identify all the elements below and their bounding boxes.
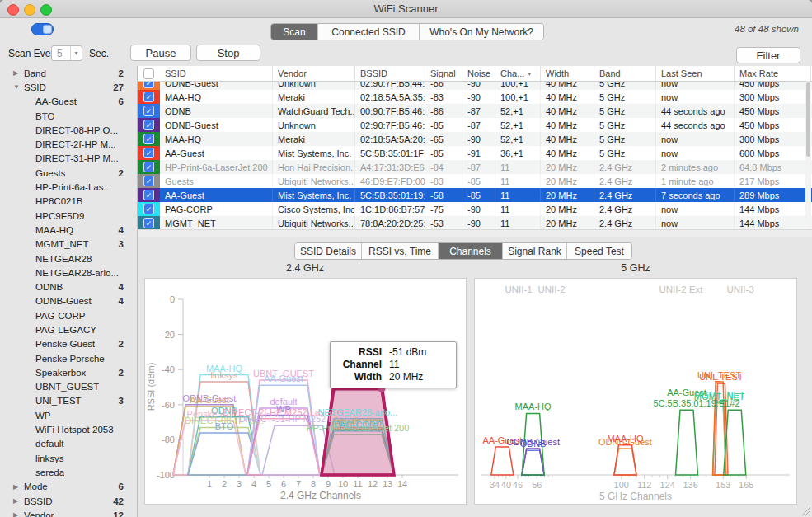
tab-signal-rank[interactable]: Signal Rank	[503, 243, 567, 259]
column-header-max-rate[interactable]: Max Rate	[735, 66, 811, 81]
row-color-swatch[interactable]: ✓	[138, 188, 160, 202]
sidebar-item-penske-porsche[interactable]: Penske Porsche	[0, 351, 137, 365]
cell-band: 2.4 GHz	[594, 202, 656, 216]
sidebar-item-hp8c021b[interactable]: HP8C021B	[0, 195, 137, 209]
cell-cha: 11	[495, 202, 541, 216]
sidebar-item-maa-hq[interactable]: MAA-HQ4	[0, 223, 137, 237]
row-color-swatch[interactable]: ✓	[138, 146, 160, 160]
table-row-aa-guest-5[interactable]: ✓AA-GuestMist Systems, Inc.5C:5B:35:01:1…	[138, 146, 812, 160]
sidebar-item-linksys[interactable]: linksys	[0, 451, 137, 465]
row-color-swatch[interactable]: ✓	[138, 90, 160, 104]
row-color-swatch[interactable]: ✓	[138, 104, 160, 118]
cell-last-seen: now	[656, 82, 735, 90]
column-header-ssid[interactable]: SSID	[160, 66, 273, 81]
disclosure-triangle-icon[interactable]: ▶	[13, 483, 21, 491]
table-row-guests-7[interactable]: ✓GuestsUbiquiti Networks...46:D9:E7:FD:0…	[138, 174, 812, 188]
table-row-odnb-guest-0[interactable]: ✓ODNB-GuestUnknown02:90:7F:B5:44:50-86-9…	[138, 82, 812, 90]
row-color-swatch[interactable]: ✓	[138, 82, 160, 90]
row-color-swatch[interactable]: ✓	[138, 174, 160, 188]
tab-channels[interactable]: Channels	[439, 243, 503, 259]
table-row-odnb-2[interactable]: ✓ODNBWatchGuard Tech...00:90:7F:B5:46:69…	[138, 104, 812, 118]
sidebar-item-aa-guest[interactable]: AA-Guest6	[0, 95, 137, 109]
sidebar-item-pag-legacy[interactable]: PAG-LEGACY	[0, 322, 137, 336]
sidebar-item-netgear28-arlo[interactable]: NETGEAR28-arlo...	[0, 266, 137, 280]
sidebar-item-direct-2f-hp-m[interactable]: DIRECT-2f-HP M...	[0, 137, 137, 151]
sidebar-item-band[interactable]: ▶Band2	[0, 66, 137, 80]
table-row-pag-corp-9[interactable]: ✓PAG-CORPCisco Systems, Inc1C:1D:86:B7:5…	[138, 202, 812, 216]
tab-rssi-vs-time[interactable]: RSSI vs. Time	[362, 243, 439, 259]
table-row-aa-guest-8[interactable]: ✓AA-GuestMist Systems, Inc.5C:5B:35:01:1…	[138, 188, 812, 202]
unii-band-label-unii-2: UNII-2	[537, 284, 565, 294]
disclosure-triangle-icon[interactable]: ▶	[13, 497, 21, 505]
network-trapezoid-aa-guest[interactable]	[491, 447, 514, 475]
sidebar-item-bto[interactable]: BTO	[0, 109, 137, 123]
disclosure-triangle-icon[interactable]: ▼	[13, 83, 21, 91]
sidebar-item-mode[interactable]: ▶Mode6	[0, 480, 137, 494]
tab-scan[interactable]: Scan	[271, 24, 318, 40]
column-header-band[interactable]: Band	[594, 66, 656, 81]
select-all-checkbox[interactable]	[138, 66, 160, 81]
column-header-vendor[interactable]: Vendor	[273, 66, 355, 81]
network-trapezoid-unlabeled[interactable]	[724, 410, 746, 475]
sidebar-item-wp[interactable]: WP	[0, 408, 137, 422]
table-row-hp-print-6a-laserjet-200-6[interactable]: ✓HP-Print-6a-LaserJet 200Hon Hai Precisi…	[138, 160, 812, 174]
sidebar-item-vendor[interactable]: ▶Vendor12	[0, 508, 137, 517]
resize-grip[interactable]	[799, 504, 810, 515]
scan-interval-select[interactable]: 5 ▾	[51, 45, 82, 61]
sidebar-item-odnb-guest[interactable]: ODNB-Guest4	[0, 294, 137, 308]
sidebar-item-hp-print-6a-las[interactable]: HP-Print-6a-Las...	[0, 180, 137, 194]
sidebar-item-hpc9e5d9[interactable]: HPC9E5D9	[0, 209, 137, 223]
cell-signal: -85	[425, 118, 462, 132]
sidebar-item-wifi-hotspot-2053[interactable]: WiFi Hotspot 2053	[0, 422, 137, 436]
row-color-swatch[interactable]: ✓	[138, 216, 160, 229]
sidebar-item-guests[interactable]: Guests2	[0, 166, 137, 180]
sidebar-item-speakerbox[interactable]: Speakerbox2	[0, 365, 137, 379]
sidebar-item-mgmt-net[interactable]: MGMT_NET3	[0, 237, 137, 251]
column-header-last-seen[interactable]: Last Seen	[656, 66, 735, 81]
tab-speed-test[interactable]: Speed Test	[567, 243, 631, 259]
sidebar-item-ubnt-guest[interactable]: UBNT_GUEST	[0, 380, 137, 394]
sidebar-item-odnb[interactable]: ODNB4	[0, 280, 137, 294]
sidebar-item-default[interactable]: default	[0, 437, 137, 451]
network-trapezoid-aa-guest[interactable]	[676, 410, 698, 475]
sidebar-item-uni-test[interactable]: UNI_TEST3	[0, 394, 137, 408]
sidebar-item-ssid[interactable]: ▼SSID27	[0, 80, 137, 94]
stop-button[interactable]: Stop	[196, 45, 260, 61]
x-tick-label: 165	[739, 480, 753, 490]
network-trapezoid-maa-hq[interactable]	[614, 445, 636, 475]
sidebar-item-netgear28[interactable]: NETGEAR28	[0, 251, 137, 266]
network-label-linksys: linksys	[210, 370, 238, 380]
row-color-swatch[interactable]: ✓	[138, 118, 160, 132]
tab-who-s-on-my-network[interactable]: Who's On My Network?	[420, 24, 543, 40]
column-header-bssid[interactable]: BSSID	[355, 66, 425, 81]
table-row-mgmt-net-10[interactable]: ✓MGMT_NETUbiquiti Networks...78:8A:20:2D…	[138, 216, 812, 229]
scan-toggle[interactable]	[31, 23, 54, 35]
table-row-maa-hq-1[interactable]: ✓MAA-HQMeraki02:18:5A:5A:35:F0-83-90100,…	[138, 90, 812, 104]
row-color-swatch[interactable]: ✓	[138, 132, 160, 146]
scrollbar-thumb[interactable]	[806, 82, 810, 157]
sidebar-item-count: 2	[119, 168, 124, 178]
partially-scrolled-row[interactable]: ✓ODNB-GuestUnknown02:90:7F:B5:44:50-86-9…	[138, 82, 812, 90]
filter-button[interactable]: Filter	[736, 47, 800, 63]
table-row-maa-hq-4[interactable]: ✓MAA-HQMeraki02:18:5A:5A:20:50-65-9052,+…	[138, 132, 812, 146]
pause-button[interactable]: Pause	[130, 45, 191, 61]
column-header-width[interactable]: Width	[541, 66, 594, 81]
sidebar-item-penske-guest[interactable]: Penske Guest2	[0, 337, 137, 351]
tab-ssid-details[interactable]: SSID Details	[295, 243, 362, 259]
disclosure-triangle-icon[interactable]: ▶	[13, 69, 21, 77]
tab-connected-ssid[interactable]: Connected SSID	[318, 24, 420, 40]
disclosure-triangle-icon[interactable]: ▶	[13, 511, 21, 517]
sidebar-item-direct-08-hp-o[interactable]: DIRECT-08-HP O...	[0, 123, 137, 137]
sidebar-item-pag-corp[interactable]: PAG-CORP	[0, 308, 137, 322]
table-row-odnb-guest-3[interactable]: ✓ODNB-GuestUnknown02:90:7F:B5:46:69-85-8…	[138, 118, 812, 132]
sidebar-item-sereda[interactable]: sereda	[0, 465, 137, 479]
wifi-scanner-window: WiFi Scanner ScanConnected SSIDWho's On …	[0, 0, 812, 517]
row-color-swatch[interactable]: ✓	[138, 202, 160, 216]
sidebar-item-direct-31-hp-m[interactable]: DIRECT-31-HP M...	[0, 152, 137, 166]
table-scrollbar[interactable]	[805, 81, 811, 229]
sidebar-item-bssid[interactable]: ▶BSSID42	[0, 494, 137, 508]
column-header-signal[interactable]: Signal	[425, 66, 462, 81]
row-color-swatch[interactable]: ✓	[138, 160, 160, 174]
column-header-noise[interactable]: Noise	[462, 66, 495, 81]
column-header-cha[interactable]: Cha...▾	[495, 66, 541, 81]
